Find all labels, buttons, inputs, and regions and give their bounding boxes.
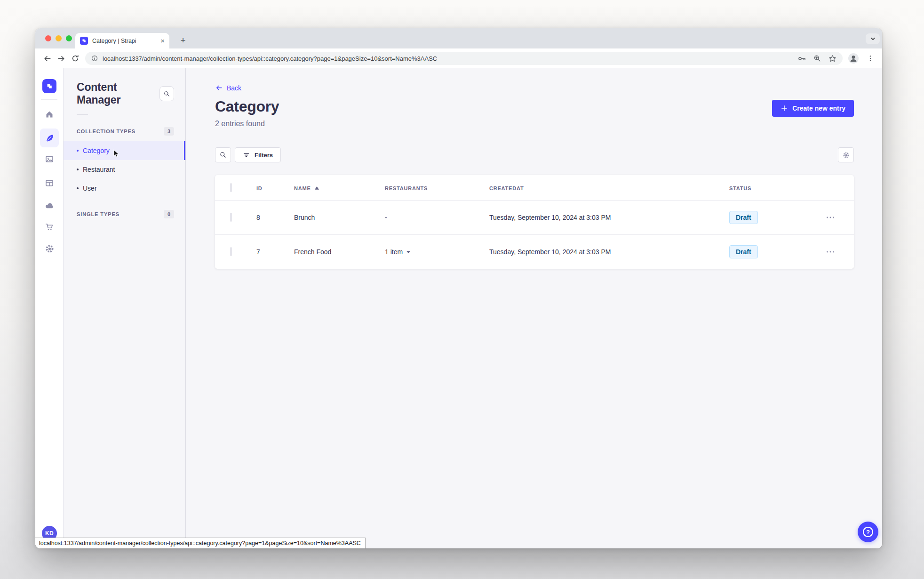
home-icon [45, 110, 54, 119]
collection-types-count-badge: 3 [164, 127, 174, 136]
column-header-status: STATUS [729, 185, 751, 191]
strapi-logo[interactable] [42, 79, 56, 93]
column-header-restaurants[interactable]: RESTAURANTS [385, 185, 428, 191]
bullet-icon [77, 169, 79, 170]
layout-icon [45, 178, 54, 188]
ellipsis-icon [826, 216, 835, 219]
cell-restaurants: 1 item [385, 248, 403, 256]
mouse-cursor-icon [113, 149, 119, 158]
cell-createdat: Tuesday, September 10, 2024 at 3:03 PM [478, 248, 718, 256]
person-icon [848, 53, 859, 64]
subnav-title: Content Manager [77, 81, 159, 106]
sidebar-item-label: User [83, 185, 97, 192]
status-badge: Draft [729, 211, 758, 224]
marketplace-nav-button[interactable] [40, 217, 59, 236]
settings-nav-button[interactable] [40, 239, 59, 258]
browser-menu-button[interactable] [863, 51, 877, 65]
cell-name: French Food [283, 248, 374, 256]
minimize-window-button[interactable] [56, 35, 62, 41]
bookmark-star-icon[interactable] [828, 54, 837, 63]
filter-icon [243, 152, 250, 159]
content-manager-feather-icon [45, 133, 55, 143]
relation-expand[interactable]: 1 item [385, 248, 411, 256]
entries-count: 2 entries found [215, 120, 279, 128]
row-checkbox[interactable] [231, 213, 231, 222]
table-settings-button[interactable] [838, 147, 854, 162]
gear-icon [842, 151, 850, 159]
cloud-nav-button[interactable] [40, 196, 59, 215]
create-new-entry-button[interactable]: Create new entry [772, 100, 854, 117]
media-library-icon [45, 154, 54, 164]
collection-types-label: COLLECTION TYPES [77, 129, 135, 134]
info-icon[interactable] [91, 55, 98, 62]
column-header-createdat[interactable]: CREATEDAT [489, 185, 524, 191]
forward-nav-button[interactable] [54, 51, 68, 65]
main-content: Back Category 2 entries found Create new… [186, 68, 882, 548]
bullet-icon [77, 150, 79, 152]
zoom-icon[interactable] [813, 54, 821, 63]
table-search-button[interactable] [215, 147, 231, 162]
table-header-row: ID NAME RESTAURANTS CREATEDAT STATUS [215, 175, 854, 200]
password-manager-icon[interactable] [797, 54, 806, 63]
tab-bar: Category | Strapi × + [35, 28, 882, 48]
bullet-icon [77, 187, 79, 189]
status-bar-url: localhost:1337/admin/content-manager/col… [35, 538, 366, 548]
back-nav-button[interactable] [40, 51, 54, 65]
chevron-down-icon [870, 36, 876, 42]
row-actions-button[interactable] [823, 245, 837, 259]
media-library-nav-button[interactable] [40, 150, 59, 169]
help-button[interactable]: ? [858, 522, 878, 542]
back-link[interactable]: Back [215, 84, 241, 92]
table-row[interactable]: 8 Brunch - Tuesday, September 10, 2024 a… [215, 200, 854, 234]
close-window-button[interactable] [45, 35, 51, 41]
strapi-admin: KD Content Manager COLLECTION TYPES 3 Ca… [35, 68, 882, 548]
profile-button[interactable] [846, 51, 860, 65]
cell-id: 8 [245, 214, 283, 221]
browser-tab[interactable]: Category | Strapi × [75, 33, 169, 48]
entries-table: ID NAME RESTAURANTS CREATEDAT STATUS 8 B… [215, 175, 854, 269]
column-header-id[interactable]: ID [256, 185, 263, 191]
column-header-name[interactable]: NAME [294, 185, 319, 191]
subnav-search-button[interactable] [159, 86, 174, 101]
sidebar-item-user[interactable]: User [64, 179, 185, 198]
browser-toolbar: localhost:1337/admin/content-manager/col… [35, 48, 882, 68]
fullscreen-window-button[interactable] [66, 35, 72, 41]
cloud-icon [44, 201, 55, 211]
caret-down-icon [406, 250, 411, 254]
arrow-left-icon [215, 84, 223, 92]
table-row[interactable]: 7 French Food 1 item Tuesday, September … [215, 234, 854, 269]
filters-button[interactable]: Filters [235, 147, 281, 162]
single-types-count-badge: 0 [164, 210, 174, 218]
row-actions-button[interactable] [823, 210, 837, 225]
new-tab-button[interactable]: + [176, 34, 190, 47]
search-icon [219, 151, 227, 159]
select-all-checkbox[interactable] [231, 183, 231, 192]
sidebar-item-label: Restaurant [83, 166, 115, 173]
row-checkbox[interactable] [231, 247, 231, 256]
status-badge: Draft [729, 245, 758, 258]
content-type-builder-nav-button[interactable] [40, 174, 59, 193]
question-mark-icon: ? [863, 527, 873, 537]
browser-window: Category | Strapi × + localhost:1337/adm… [35, 28, 882, 548]
cell-restaurants: - [374, 214, 478, 221]
url-text[interactable]: localhost:1337/admin/content-manager/col… [103, 55, 791, 62]
kebab-menu-icon [867, 55, 874, 62]
search-icon [163, 90, 170, 97]
home-nav-button[interactable] [40, 105, 59, 124]
sidebar-item-category[interactable]: Category [64, 141, 185, 160]
close-tab-icon[interactable]: × [160, 37, 165, 44]
single-types-label: SINGLE TYPES [77, 211, 119, 217]
arrow-right-icon [57, 54, 66, 63]
content-manager-nav-button[interactable] [40, 129, 59, 147]
back-label: Back [227, 84, 241, 92]
gear-icon [45, 244, 55, 254]
arrow-left-icon [43, 54, 52, 63]
url-bar[interactable]: localhost:1337/admin/content-manager/col… [85, 52, 843, 65]
tab-search-button[interactable] [866, 33, 880, 44]
reload-button[interactable] [68, 51, 82, 65]
subnav-divider [77, 114, 88, 115]
sidebar-item-restaurant[interactable]: Restaurant [64, 160, 185, 179]
ellipsis-icon [826, 250, 835, 253]
cell-id: 7 [245, 248, 283, 256]
plus-icon [781, 105, 788, 112]
